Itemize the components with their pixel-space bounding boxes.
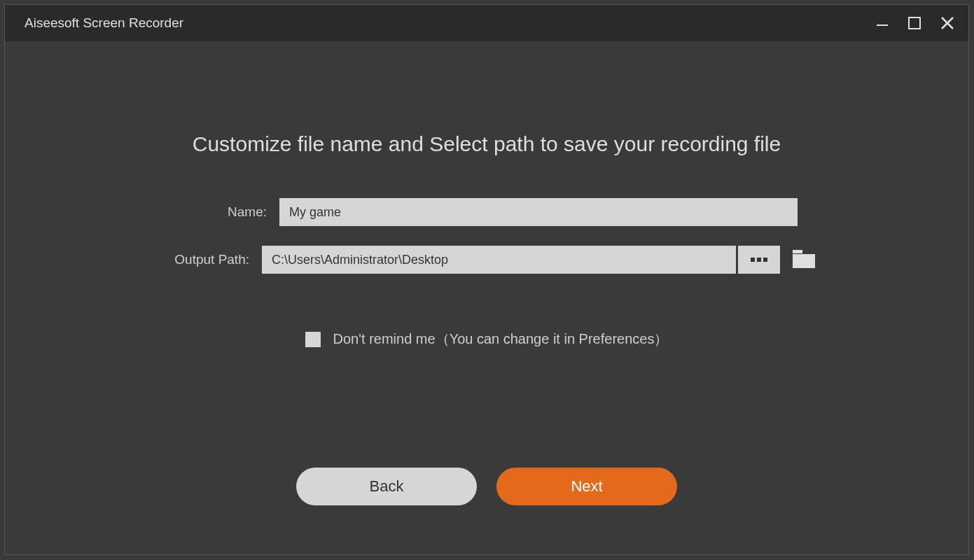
page-heading: Customize file name and Select path to s… <box>193 132 781 156</box>
svg-rect-1 <box>909 18 920 29</box>
svg-rect-5 <box>793 254 815 268</box>
name-label: Name: <box>176 204 267 220</box>
ellipsis-icon <box>751 258 767 262</box>
browse-button[interactable] <box>738 246 780 274</box>
open-folder-button[interactable] <box>793 248 815 271</box>
titlebar: Aiseesoft Screen Recorder <box>5 5 968 41</box>
path-row: Output Path: <box>158 246 815 274</box>
back-button[interactable]: Back <box>296 468 477 505</box>
name-row: Name: <box>176 198 798 226</box>
checkbox-label: Don't remind me（You can change it in Pre… <box>333 330 669 349</box>
content-area: Customize file name and Select path to s… <box>5 41 968 554</box>
path-input[interactable] <box>262 246 736 274</box>
minimize-button[interactable] <box>875 15 890 31</box>
name-input[interactable] <box>279 198 798 226</box>
minimize-icon <box>875 15 890 31</box>
checkbox-row: Don't remind me（You can change it in Pre… <box>305 330 669 349</box>
app-window: Aiseesoft Screen Recorder Customize file… <box>4 4 969 555</box>
close-button[interactable] <box>939 15 956 31</box>
path-label: Output Path: <box>158 252 249 267</box>
maximize-button[interactable] <box>907 15 922 31</box>
button-row: Back Next <box>296 468 677 505</box>
window-controls <box>875 15 956 31</box>
dont-remind-checkbox[interactable] <box>305 332 321 347</box>
maximize-icon <box>907 15 922 31</box>
next-button[interactable]: Next <box>496 468 677 505</box>
app-title: Aiseesoft Screen Recorder <box>25 15 183 31</box>
close-icon <box>939 15 956 31</box>
svg-rect-4 <box>793 250 802 253</box>
folder-icon <box>793 248 815 268</box>
